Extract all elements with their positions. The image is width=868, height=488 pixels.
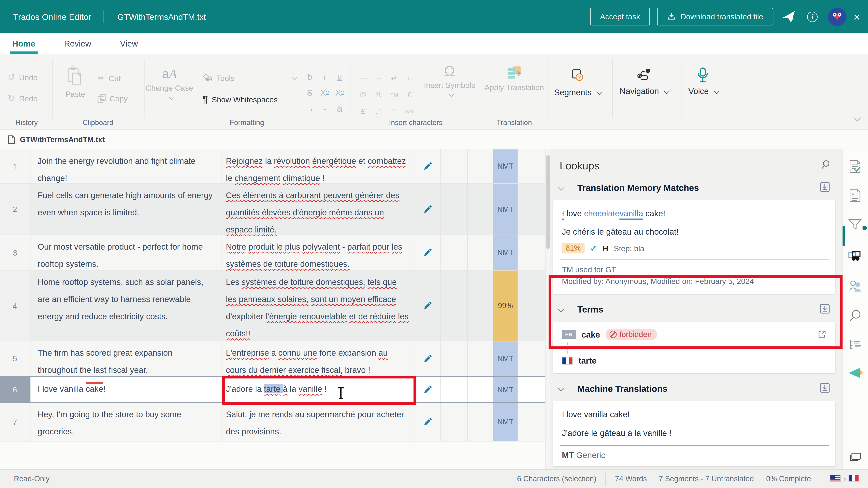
row-number[interactable]: 2 <box>0 184 30 235</box>
undo-button[interactable]: ↺ Undo <box>8 72 37 83</box>
assistant-bird-icon[interactable] <box>780 9 797 24</box>
target-cell[interactable]: Notre produit le plus polyvalent - parfa… <box>221 235 415 270</box>
terms-section-header[interactable]: Terms <box>550 299 842 320</box>
status-cell <box>441 378 468 402</box>
row-number[interactable]: 1 <box>0 150 30 183</box>
edit-pencil-icon[interactable] <box>415 184 441 235</box>
info-icon[interactable]: i <box>804 11 821 22</box>
insert-char-button[interactable]: ↵ <box>386 70 402 86</box>
cut-button[interactable]: ✂ Cut <box>97 73 121 84</box>
insert-char-button[interactable]: – <box>371 70 386 86</box>
edit-pencil-icon[interactable] <box>415 403 441 441</box>
tm-match-card[interactable]: I love chocolatevanilla cake! Je chéris … <box>553 200 835 294</box>
apply-tm-match-icon[interactable] <box>820 182 830 194</box>
target-cell[interactable]: L'entreprise a connu une forte expansion… <box>221 341 415 376</box>
edit-pencil-icon[interactable] <box>415 378 441 402</box>
format-x-sub-button[interactable]: X2 <box>317 85 332 101</box>
edit-pencil-icon[interactable] <box>415 270 441 341</box>
insert-symbols-menu[interactable]: Ω Insert Symbols <box>422 64 477 99</box>
source-cell[interactable]: The firm has scored great expansion thro… <box>30 341 221 376</box>
match-step: Step: bla <box>614 244 644 253</box>
tab-view[interactable]: View <box>119 34 139 53</box>
row-number[interactable]: 7 <box>0 403 30 441</box>
insert-char-button[interactable]: — <box>355 70 371 86</box>
insert-char-button[interactable]: € <box>402 86 417 103</box>
table-scrollbar[interactable] <box>545 150 550 469</box>
show-whitespaces-toggle[interactable]: ¶ Show Whitespaces <box>203 94 278 105</box>
row-number[interactable]: 4 <box>0 270 30 341</box>
search-icon[interactable] <box>820 159 831 172</box>
file-details-icon[interactable] <box>848 188 862 205</box>
format-b-button[interactable]: b <box>302 69 317 85</box>
format-x-sup-button[interactable]: X2 <box>332 85 347 101</box>
target-cell[interactable]: Rejoignez la révolution énergétique et c… <box>221 150 415 183</box>
segments-menu[interactable]: ? Segments <box>554 69 600 97</box>
window-panel-icon[interactable] <box>849 452 862 465</box>
voice-menu[interactable]: Voice <box>688 66 718 96</box>
insert-char-button[interactable]: „“ <box>371 103 386 120</box>
close-icon[interactable]: × <box>854 11 860 23</box>
source-cell[interactable]: Hey, I'm going to the store to buy some … <box>30 403 221 441</box>
navigation-menu[interactable]: Navigation <box>620 67 668 96</box>
filter-icon[interactable] <box>848 218 863 233</box>
apply-translation-button[interactable]: Apply Translation <box>484 65 545 92</box>
target-cell[interactable]: J'adore la tarte à la vanille ! <box>221 378 415 402</box>
insert-term-icon[interactable] <box>820 304 830 316</box>
source-cell[interactable]: Our most versatile product - perfect for… <box>30 235 221 270</box>
edit-pencil-icon[interactable] <box>415 150 441 183</box>
insert-char-button[interactable]: TM <box>386 86 402 103</box>
source-cell[interactable]: I love vanilla cake! <box>30 378 221 402</box>
mt-section-header[interactable]: Machine Translations <box>550 378 842 399</box>
apply-mt-icon[interactable] <box>820 383 830 395</box>
document-structure-icon[interactable] <box>848 338 863 354</box>
format---button[interactable]: - <box>317 101 332 117</box>
change-case-button[interactable]: aA Change Case <box>146 67 193 102</box>
trados-assistant-icon[interactable] <box>847 366 863 382</box>
format-a-button[interactable]: a <box>332 101 347 117</box>
download-translated-file-button[interactable]: Download translated file <box>657 8 773 26</box>
terms-card[interactable]: EN cake forbidden tarte <box>553 322 835 373</box>
tab-home[interactable]: Home <box>11 34 36 53</box>
insert-char-button[interactable]: © <box>355 86 371 103</box>
preview-document-icon[interactable] <box>848 159 862 176</box>
target-cell[interactable]: Ces éléments à carburant peuvent générer… <box>221 184 415 235</box>
row-number[interactable]: 5 <box>0 341 30 376</box>
insert-char-button[interactable]: ○ <box>402 70 417 86</box>
copy-button[interactable]: Copy <box>97 94 128 103</box>
accept-task-button[interactable]: Accept task <box>590 8 650 26</box>
format-¬-button[interactable]: ¬ <box>302 101 317 117</box>
insert-char-button[interactable]: ® <box>371 86 386 103</box>
lookups-panel-icon[interactable] <box>848 248 863 264</box>
title-divider <box>103 10 104 23</box>
collapse-ribbon-chevron-icon[interactable] <box>851 114 859 123</box>
tools-menu[interactable]: A Tools <box>203 73 296 83</box>
paste-button[interactable]: Paste <box>65 66 85 99</box>
target-cell[interactable]: Salut, je me rends au supermarché pour a… <box>221 403 415 441</box>
tm-section-header[interactable]: Translation Memory Matches <box>550 177 842 198</box>
language-pair[interactable]: › <box>830 475 859 482</box>
tm-modified-meta: Modified by: Anonymous, Modified on: Feb… <box>562 275 826 287</box>
source-cell[interactable]: Join the energy revolution and fight cli… <box>30 150 221 183</box>
tab-review[interactable]: Review <box>63 34 92 53</box>
format-s-button[interactable]: S <box>302 85 317 101</box>
advanced-search-icon[interactable] <box>848 309 862 325</box>
target-cell[interactable]: Les systèmes de toiture domestiques, tel… <box>221 270 415 341</box>
row-number[interactable]: 6 <box>0 378 30 402</box>
edit-pencil-icon[interactable] <box>415 235 441 270</box>
format-i-button[interactable]: i <box>317 69 332 85</box>
redo-button[interactable]: ↻ Redo <box>8 93 37 103</box>
insert-char-button[interactable]: £ <box>355 103 371 120</box>
source-cell[interactable]: Fuel cells can generate high amounts of … <box>30 184 221 235</box>
insert-char-button[interactable]: «» <box>402 103 417 120</box>
source-cell[interactable]: Home rooftop systems, such as solar pane… <box>30 270 221 341</box>
format-u-button[interactable]: u <box>332 69 347 85</box>
insert-char-button[interactable]: “” <box>386 103 402 120</box>
lookups-panel: Lookups Translation Memory Matches I lov… <box>550 150 842 469</box>
row-number[interactable]: 3 <box>0 235 30 270</box>
extra-cell <box>518 341 545 376</box>
edit-pencil-icon[interactable] <box>415 341 441 376</box>
avatar[interactable]: ♥ <box>828 7 846 26</box>
comments-icon[interactable] <box>848 279 863 295</box>
external-link-icon[interactable] <box>817 330 827 341</box>
mt-card[interactable]: I love vanilla cake! J'adore le gâteau à… <box>553 401 835 466</box>
